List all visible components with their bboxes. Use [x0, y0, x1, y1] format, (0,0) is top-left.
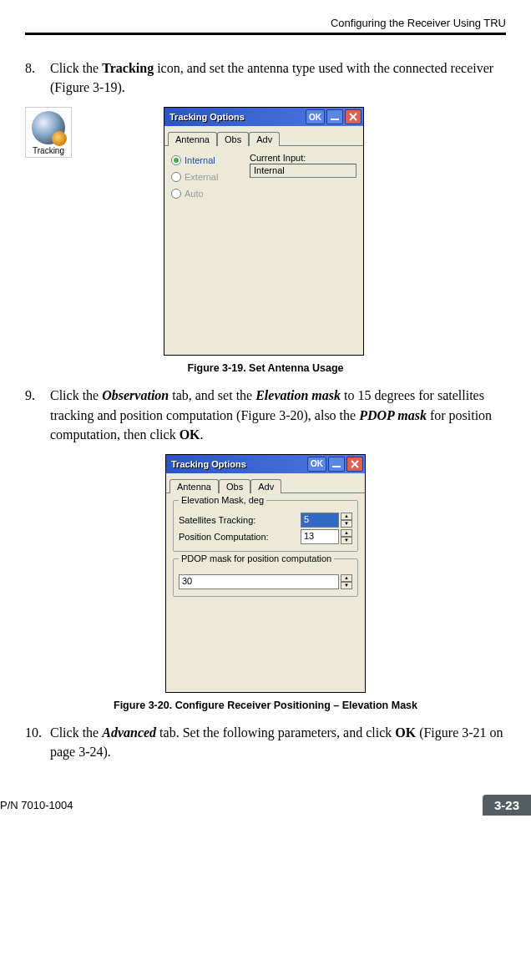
pos-comp-up[interactable]: ▲ — [341, 529, 352, 537]
dialog2-title: Tracking Options — [171, 459, 306, 469]
pos-comp-down[interactable]: ▼ — [341, 537, 352, 544]
s9-bi1: Observation — [102, 388, 169, 402]
sat-tracking-down[interactable]: ▼ — [341, 520, 352, 528]
ok-button-2[interactable]: OK — [307, 457, 326, 472]
step-10-number: 10. — [25, 723, 50, 761]
tab-adv[interactable]: Adv — [249, 132, 280, 146]
step-10: 10. Click the Advanced tab. Set the foll… — [25, 723, 506, 761]
s9b: tab, and set the — [169, 388, 255, 402]
figure-3-19-caption: Figure 3-19. Set Antenna Usage — [25, 362, 506, 374]
current-input-value: Internal — [250, 164, 357, 178]
s9a: Click the — [50, 388, 102, 402]
dialog1-title: Tracking Options — [169, 112, 304, 122]
group-elevation-legend: Elevation Mask, deg — [179, 495, 266, 505]
tab-obs-2[interactable]: Obs — [219, 479, 250, 493]
minimize-button[interactable] — [326, 109, 343, 124]
tracking-icon-label: Tracking — [28, 146, 69, 155]
tab-obs[interactable]: Obs — [217, 132, 249, 146]
step-8-bold-tracking: Tracking — [102, 61, 154, 75]
pos-comp-label: Position Computation: — [179, 532, 301, 542]
tabstrip-2: Antenna Obs Adv — [166, 473, 365, 493]
radio-external[interactable] — [171, 172, 181, 182]
tracking-disc-icon — [32, 111, 65, 144]
page-number: 3-23 — [483, 795, 531, 816]
pdop-input[interactable]: 30 — [179, 574, 339, 589]
s10-b1: OK — [395, 725, 416, 740]
tab-antenna[interactable]: Antenna — [168, 132, 217, 146]
pdop-up[interactable]: ▲ — [341, 574, 352, 582]
sat-tracking-label: Satellites Tracking: — [179, 515, 301, 525]
close-icon — [349, 113, 357, 121]
close-button-2[interactable] — [346, 457, 363, 472]
s10a: Click the — [50, 725, 102, 740]
running-head: Configuring the Receiver Using TRU — [25, 17, 506, 35]
tabstrip-1: Antenna Obs Adv — [164, 126, 363, 146]
tab-antenna-2[interactable]: Antenna — [169, 479, 219, 493]
sat-tracking-up[interactable]: ▲ — [341, 513, 352, 520]
radio-external-label: External — [185, 172, 218, 182]
step-8-number: 8. — [25, 58, 50, 97]
ok-button[interactable]: OK — [306, 109, 325, 124]
s9-bi3: PDOP mask — [359, 408, 427, 422]
radio-internal-row[interactable]: Internal — [171, 153, 243, 168]
radio-internal-label: Internal — [185, 155, 215, 165]
titlebar-2: Tracking Options OK — [166, 455, 365, 473]
tab-adv-2[interactable]: Adv — [250, 479, 281, 493]
part-number: P/N 7010-1004 — [0, 799, 73, 811]
radio-auto[interactable] — [171, 189, 181, 199]
radio-auto-label: Auto — [185, 189, 204, 199]
tracking-icon[interactable]: Tracking — [25, 107, 72, 158]
s9-b1: OK — [180, 427, 200, 442]
s9-bi2: Elevation mask — [255, 388, 341, 402]
close-button[interactable] — [345, 109, 362, 124]
radio-internal[interactable] — [171, 155, 181, 165]
s10-bi1: Advanced — [102, 725, 156, 740]
tracking-options-dialog-2: Tracking Options OK Antenna Obs Adv Elev… — [165, 454, 366, 693]
group-pdop-legend: PDOP mask for position computation — [179, 553, 334, 563]
titlebar-1: Tracking Options OK — [164, 108, 363, 126]
group-pdop-mask: PDOP mask for position computation 30 ▲ … — [173, 558, 358, 597]
step-8-text-a: Click the — [50, 61, 102, 75]
step-9: 9. Click the Observation tab, and set th… — [25, 386, 506, 444]
sat-tracking-input[interactable]: 5 — [301, 513, 339, 528]
current-input-label: Current Input: — [250, 153, 357, 163]
pos-comp-input[interactable]: 13 — [301, 529, 339, 544]
radio-auto-row[interactable]: Auto — [171, 186, 243, 201]
minimize-button-2[interactable] — [328, 457, 345, 472]
step-8: 8. Click the Tracking icon, and set the … — [25, 58, 506, 97]
step-9-number: 9. — [25, 386, 50, 444]
s9e: . — [200, 427, 204, 442]
figure-3-20-caption: Figure 3-20. Configure Receiver Position… — [25, 700, 506, 711]
pdop-down[interactable]: ▼ — [341, 582, 352, 589]
radio-external-row[interactable]: External — [171, 169, 243, 184]
close-icon — [351, 460, 359, 468]
group-elevation-mask: Elevation Mask, deg Satellites Tracking:… — [173, 500, 358, 552]
s10b: tab. Set the following parameters, and c… — [156, 725, 395, 740]
tracking-options-dialog-1: Tracking Options OK Antenna Obs Adv Inte — [164, 107, 364, 356]
